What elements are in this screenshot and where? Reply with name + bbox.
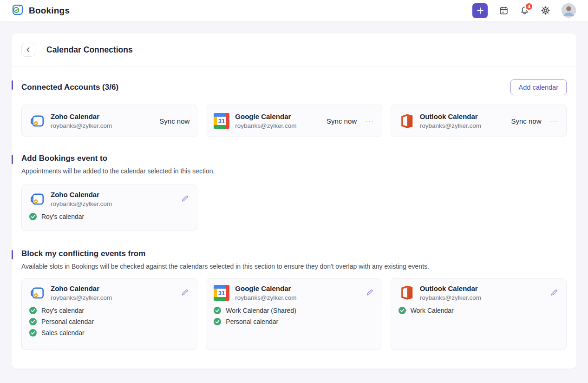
section-title: Connected Accounts (3/6): [21, 83, 118, 92]
back-button[interactable]: [21, 43, 35, 57]
outlook-calendar-icon: [399, 113, 414, 129]
section-accent-bar: [12, 155, 13, 164]
section-connected-accounts: Connected Accounts (3/6) Add calendar Zo…: [21, 66, 567, 137]
edit-pencil-icon[interactable]: [549, 288, 559, 297]
provider-email: roybanks@zylker.com: [420, 294, 481, 301]
calendar-item: Personal calendar: [214, 316, 374, 327]
provider-name: Google Calendar: [235, 284, 296, 293]
section-title: Add Bookings event to: [21, 154, 107, 163]
provider-name: Zoho Calendar: [51, 191, 112, 199]
notifications: 4: [520, 6, 529, 15]
calendar-item: Personal calendar: [29, 316, 189, 327]
section-title: Block my conflicting events from: [21, 249, 145, 258]
edit-pencil-icon[interactable]: [180, 194, 189, 204]
provider-email: roybanks@zylker.com: [235, 122, 296, 129]
provider-name: Zoho Calendar: [51, 112, 112, 121]
check-icon: [29, 307, 37, 314]
section-accent-bar: [12, 80, 13, 90]
calendar-items: Work Calendar (Shared) Personal calendar: [214, 305, 374, 327]
topbar-actions: 4: [472, 3, 576, 18]
calendar-item: Work Calendar (Shared): [214, 305, 374, 316]
calendar-icon[interactable]: [499, 6, 509, 15]
page-title: Calendar Connections: [46, 45, 133, 55]
calendar-item: Roy's calendar: [29, 305, 189, 316]
provider-email: roybanks@zylker.com: [420, 122, 481, 129]
provider-name: Google Calendar: [235, 112, 296, 121]
calendar-connections-panel: Calendar Connections Connected Accounts …: [12, 33, 576, 369]
zoho-calendar-icon: [29, 113, 45, 129]
user-avatar[interactable]: [562, 3, 576, 18]
calendar-item: Sales calendar: [29, 327, 189, 338]
calendar-items: Work Calendar: [399, 305, 559, 316]
create-button[interactable]: [472, 3, 488, 18]
gear-icon[interactable]: [541, 6, 550, 15]
edit-pencil-icon[interactable]: [365, 288, 374, 297]
notification-badge: 4: [525, 2, 533, 11]
google-calendar-icon: 31: [214, 285, 229, 301]
sync-now-link[interactable]: Sync now: [511, 117, 541, 125]
connected-cards-row: Zoho Calendar roybanks@zylker.com Sync n…: [21, 105, 567, 137]
add-event-cards-row: Zoho Calendar roybanks@zylker.com Roy's …: [21, 185, 567, 231]
more-menu-icon[interactable]: ···: [550, 118, 559, 125]
svg-text:31: 31: [218, 289, 225, 296]
add-calendar-button[interactable]: Add calendar: [510, 79, 567, 95]
panel-header: Calendar Connections: [12, 33, 576, 66]
block-card-google: 31 Google Calendar roybanks@zylker.com: [206, 278, 382, 350]
block-cards-row: Zoho Calendar roybanks@zylker.com Roy's …: [21, 278, 567, 350]
section-description: Available slots in Bookings will be chec…: [21, 263, 567, 270]
provider-email: roybanks@zylker.com: [51, 122, 112, 129]
section-add-bookings-event: Add Bookings event to Appointments will …: [21, 137, 567, 231]
more-menu-icon[interactable]: ···: [365, 118, 374, 125]
check-icon: [29, 213, 37, 220]
connected-card-zoho: Zoho Calendar roybanks@zylker.com Sync n…: [21, 105, 197, 137]
section-block-conflicting-events: Block my conflicting events from Availab…: [21, 231, 567, 350]
bookings-logo-icon: [11, 3, 24, 18]
outlook-calendar-icon: [399, 285, 414, 301]
check-icon: [29, 318, 37, 325]
sync-now-link[interactable]: Sync now: [327, 117, 357, 125]
check-icon: [29, 329, 37, 337]
provider-name: Zoho Calendar: [51, 284, 112, 293]
check-icon: [214, 307, 221, 314]
svg-text:31: 31: [218, 118, 225, 125]
provider-email: roybanks@zylker.com: [51, 200, 112, 207]
edit-pencil-icon[interactable]: [180, 288, 189, 297]
provider-email: roybanks@zylker.com: [235, 294, 296, 301]
provider-email: roybanks@zylker.com: [51, 294, 112, 301]
connected-card-google: 31 Google Calendar roybanks@zylker.com S…: [206, 105, 382, 137]
zoho-calendar-icon: [29, 191, 45, 207]
provider-name: Outlook Calendar: [420, 112, 481, 121]
section-accent-bar: [12, 250, 13, 259]
calendar-item: Work Calendar: [399, 305, 559, 316]
sync-now-link[interactable]: Sync now: [159, 117, 189, 125]
block-card-outlook: Outlook Calendar roybanks@zylker.com Wor…: [391, 278, 567, 350]
google-calendar-icon: 31: [214, 113, 229, 129]
calendar-items: Roy's calendar Personal calendar Sales c…: [29, 305, 189, 338]
brand: Bookings: [11, 3, 70, 18]
block-card-zoho: Zoho Calendar roybanks@zylker.com Roy's …: [21, 278, 197, 350]
provider-name: Outlook Calendar: [420, 284, 481, 293]
calendar-items: Roy's calendar: [29, 211, 189, 222]
section-description: Appointments will be added to the calend…: [21, 167, 567, 175]
top-bar: Bookings 4: [0, 0, 588, 21]
check-icon: [214, 318, 221, 325]
connected-card-outlook: Outlook Calendar roybanks@zylker.com Syn…: [391, 105, 567, 137]
check-icon: [399, 307, 406, 314]
add-event-card-zoho: Zoho Calendar roybanks@zylker.com Roy's …: [21, 185, 197, 231]
app-title: Bookings: [29, 6, 70, 16]
zoho-calendar-icon: [29, 285, 45, 301]
calendar-item: Roy's calendar: [29, 211, 189, 222]
